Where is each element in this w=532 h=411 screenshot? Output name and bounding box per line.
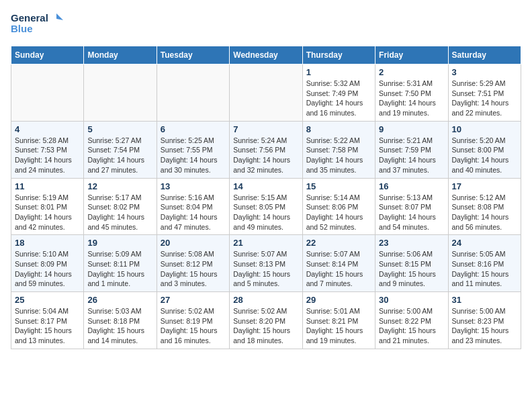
day-info: Sunrise: 5:12 AMSunset: 8:08 PMDaylight:… [452,193,517,232]
svg-text:General: General [11,12,48,24]
day-info: Sunrise: 5:00 AMSunset: 8:22 PMDaylight:… [379,306,444,346]
calendar-cell: 25Sunrise: 5:04 AMSunset: 8:17 PMDayligh… [11,292,84,349]
calendar-cell: 27Sunrise: 5:02 AMSunset: 8:19 PMDayligh… [157,292,229,349]
calendar-cell: 16Sunrise: 5:13 AMSunset: 8:07 PMDayligh… [375,178,448,235]
day-info: Sunrise: 5:14 AMSunset: 8:06 PMDaylight:… [306,193,371,232]
day-number: 24 [452,238,517,248]
day-info: Sunrise: 5:27 AMSunset: 7:54 PMDaylight:… [87,136,152,175]
day-number: 20 [161,238,226,248]
logo: General Blue [11,11,64,40]
day-number: 6 [161,124,226,134]
svg-marker-2 [56,13,63,20]
day-info: Sunrise: 5:22 AMSunset: 7:58 PMDaylight:… [306,136,371,175]
calendar-cell: 19Sunrise: 5:09 AMSunset: 8:11 PMDayligh… [84,235,157,292]
day-info: Sunrise: 5:15 AMSunset: 8:05 PMDaylight:… [233,193,298,232]
day-number: 8 [306,124,371,134]
day-header-wednesday: Wednesday [230,46,302,64]
calendar-week-1: 1Sunrise: 5:32 AMSunset: 7:49 PMDaylight… [11,64,521,122]
calendar-cell: 26Sunrise: 5:03 AMSunset: 8:18 PMDayligh… [84,292,157,349]
calendar-cell [157,64,229,122]
day-info: Sunrise: 5:10 AMSunset: 8:09 PMDaylight:… [15,249,80,289]
day-info: Sunrise: 5:09 AMSunset: 8:11 PMDaylight:… [87,249,152,289]
day-number: 27 [161,295,226,305]
calendar-cell: 14Sunrise: 5:15 AMSunset: 8:05 PMDayligh… [230,178,302,235]
day-header-friday: Friday [375,46,448,64]
day-number: 28 [233,295,298,305]
day-number: 10 [452,124,517,134]
day-number: 16 [379,181,444,191]
calendar-cell: 1Sunrise: 5:32 AMSunset: 7:49 PMDaylight… [302,64,375,122]
day-number: 17 [452,181,517,191]
day-info: Sunrise: 5:19 AMSunset: 8:01 PMDaylight:… [15,193,80,232]
calendar-week-3: 11Sunrise: 5:19 AMSunset: 8:01 PMDayligh… [11,178,521,235]
calendar-cell: 7Sunrise: 5:24 AMSunset: 7:56 PMDaylight… [230,121,302,178]
day-number: 18 [15,238,80,248]
day-info: Sunrise: 5:25 AMSunset: 7:55 PMDaylight:… [161,136,226,175]
calendar-cell: 23Sunrise: 5:06 AMSunset: 8:15 PMDayligh… [375,235,448,292]
day-number: 31 [452,295,517,305]
day-info: Sunrise: 5:32 AMSunset: 7:49 PMDaylight:… [306,79,371,118]
day-info: Sunrise: 5:20 AMSunset: 8:00 PMDaylight:… [452,136,517,175]
day-number: 3 [452,67,517,77]
day-number: 1 [306,67,371,77]
day-header-sunday: Sunday [11,46,84,64]
day-number: 13 [161,181,226,191]
calendar-cell [84,64,157,122]
page-header: General Blue [11,11,521,40]
day-number: 7 [233,124,298,134]
calendar-cell: 11Sunrise: 5:19 AMSunset: 8:01 PMDayligh… [11,178,84,235]
day-info: Sunrise: 5:29 AMSunset: 7:51 PMDaylight:… [452,79,517,118]
day-info: Sunrise: 5:03 AMSunset: 8:18 PMDaylight:… [87,306,152,346]
calendar-cell: 3Sunrise: 5:29 AMSunset: 7:51 PMDaylight… [448,64,521,122]
calendar-cell: 29Sunrise: 5:01 AMSunset: 8:21 PMDayligh… [302,292,375,349]
calendar-cell: 30Sunrise: 5:00 AMSunset: 8:22 PMDayligh… [375,292,448,349]
day-info: Sunrise: 5:04 AMSunset: 8:17 PMDaylight:… [15,306,80,346]
day-info: Sunrise: 5:08 AMSunset: 8:12 PMDaylight:… [161,249,226,289]
calendar-cell: 24Sunrise: 5:05 AMSunset: 8:16 PMDayligh… [448,235,521,292]
day-number: 30 [379,295,444,305]
calendar-cell: 22Sunrise: 5:07 AMSunset: 8:14 PMDayligh… [302,235,375,292]
calendar-cell [230,64,302,122]
day-info: Sunrise: 5:24 AMSunset: 7:56 PMDaylight:… [233,136,298,175]
calendar-cell: 8Sunrise: 5:22 AMSunset: 7:58 PMDaylight… [302,121,375,178]
day-number: 29 [306,295,371,305]
day-number: 4 [15,124,80,134]
logo-svg: General Blue [11,11,64,40]
day-number: 21 [233,238,298,248]
day-info: Sunrise: 5:28 AMSunset: 7:53 PMDaylight:… [15,136,80,175]
calendar-cell: 20Sunrise: 5:08 AMSunset: 8:12 PMDayligh… [157,235,229,292]
day-number: 22 [306,238,371,248]
day-number: 23 [379,238,444,248]
calendar-week-2: 4Sunrise: 5:28 AMSunset: 7:53 PMDaylight… [11,121,521,178]
day-info: Sunrise: 5:13 AMSunset: 8:07 PMDaylight:… [379,193,444,232]
day-header-thursday: Thursday [302,46,375,64]
calendar-table: SundayMondayTuesdayWednesdayThursdayFrid… [11,46,521,349]
day-number: 14 [233,181,298,191]
calendar-cell: 21Sunrise: 5:07 AMSunset: 8:13 PMDayligh… [230,235,302,292]
calendar-cell: 4Sunrise: 5:28 AMSunset: 7:53 PMDaylight… [11,121,84,178]
day-info: Sunrise: 5:06 AMSunset: 8:15 PMDaylight:… [379,249,444,289]
day-info: Sunrise: 5:05 AMSunset: 8:16 PMDaylight:… [452,249,517,289]
day-number: 19 [87,238,152,248]
calendar-cell: 10Sunrise: 5:20 AMSunset: 8:00 PMDayligh… [448,121,521,178]
calendar-week-5: 25Sunrise: 5:04 AMSunset: 8:17 PMDayligh… [11,292,521,349]
day-info: Sunrise: 5:02 AMSunset: 8:20 PMDaylight:… [233,306,298,346]
day-number: 26 [87,295,152,305]
day-header-saturday: Saturday [448,46,521,64]
day-number: 15 [306,181,371,191]
day-info: Sunrise: 5:01 AMSunset: 8:21 PMDaylight:… [306,306,371,346]
calendar-cell: 6Sunrise: 5:25 AMSunset: 7:55 PMDaylight… [157,121,229,178]
day-number: 2 [379,67,444,77]
calendar-cell: 5Sunrise: 5:27 AMSunset: 7:54 PMDaylight… [84,121,157,178]
calendar-cell: 28Sunrise: 5:02 AMSunset: 8:20 PMDayligh… [230,292,302,349]
calendar-cell: 13Sunrise: 5:16 AMSunset: 8:04 PMDayligh… [157,178,229,235]
day-number: 5 [87,124,152,134]
day-number: 11 [15,181,80,191]
calendar-cell: 17Sunrise: 5:12 AMSunset: 8:08 PMDayligh… [448,178,521,235]
day-number: 12 [87,181,152,191]
svg-text:Blue: Blue [11,23,33,34]
day-info: Sunrise: 5:02 AMSunset: 8:19 PMDaylight:… [161,306,226,346]
day-info: Sunrise: 5:17 AMSunset: 8:02 PMDaylight:… [87,193,152,232]
day-header-tuesday: Tuesday [157,46,229,64]
calendar-header-row: SundayMondayTuesdayWednesdayThursdayFrid… [11,46,521,64]
